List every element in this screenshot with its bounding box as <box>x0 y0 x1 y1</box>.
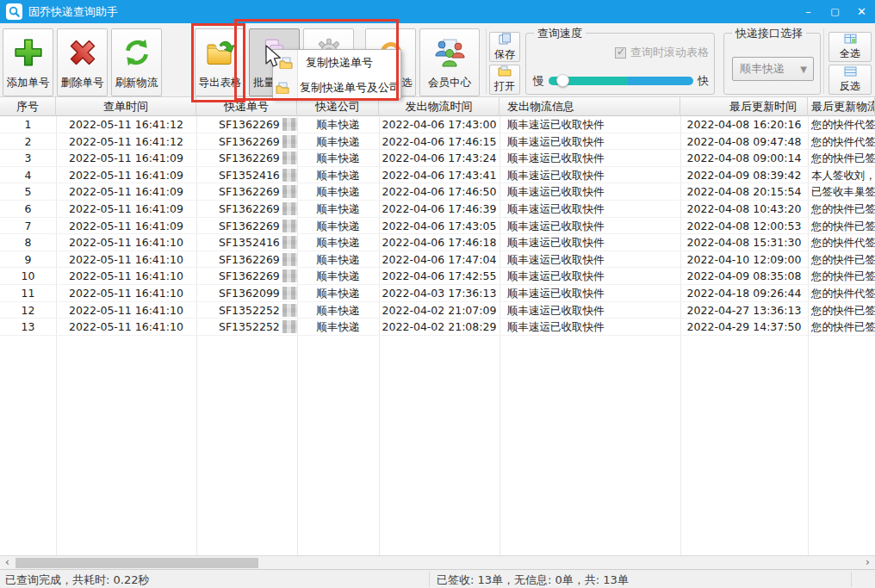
cell-tracking-no: SF1352416 <box>196 234 297 251</box>
button-label: 全选 <box>840 46 860 61</box>
cell-company: 顺丰快递 <box>297 302 379 319</box>
cell-latest-info: 您的快件已签 <box>808 201 875 218</box>
cell-tracking-no: SF1352252 <box>196 302 297 319</box>
cell-tracking-no: SF1352252 <box>196 319 297 336</box>
column-header-dispatch-info[interactable]: 发出物流信息 <box>500 97 680 116</box>
cell-latest-info: 您的快件已签 <box>808 150 875 167</box>
save-button[interactable]: 保存 <box>489 32 520 62</box>
cell-update-time: 2022-04-27 13:36:13 <box>680 302 808 319</box>
cell-tracking-no: SF1362269 <box>196 133 297 151</box>
cell-company: 顺丰快递 <box>297 251 379 269</box>
cell-tracking-no: SF1362269 <box>196 218 297 235</box>
table-row[interactable]: 12022-05-11 16:41:12SF1362269顺丰快递2022-04… <box>0 116 875 133</box>
button-label: 删除单号 <box>61 76 104 90</box>
statusbar-divider <box>851 572 852 587</box>
table-row[interactable]: 22022-05-11 16:41:12SF1362269顺丰快递2022-04… <box>0 133 875 151</box>
cell-query-time: 2022-05-11 16:41:12 <box>56 133 196 151</box>
cell-update-time: 2022-04-18 09:26:44 <box>680 285 808 302</box>
table-row[interactable]: 102022-05-11 16:41:10SF1362269顺丰快递2022-0… <box>0 268 875 285</box>
cell-index: 12 <box>0 302 56 319</box>
horizontal-scrollbar[interactable]: ‹ › <box>0 555 875 569</box>
cell-dispatch-time: 2022-04-06 17:47:04 <box>379 251 500 269</box>
column-header-latest-info[interactable]: 最后更新物流 <box>808 97 875 116</box>
table-row[interactable]: 92022-05-11 16:41:10SF1362269顺丰快递2022-04… <box>0 251 875 269</box>
cell-index: 2 <box>0 133 56 151</box>
group-title: 查询速度 <box>534 26 586 41</box>
column-header-query-time[interactable]: 查单时间 <box>56 97 196 116</box>
list-table-icon <box>844 66 857 79</box>
toolbar: 添加单号 删除单号 刷新物流 <box>0 23 875 97</box>
cell-update-time: 2022-04-29 14:37:50 <box>680 319 808 336</box>
open-button[interactable]: 打开 <box>489 65 520 95</box>
redacted-mosaic <box>282 152 297 164</box>
cell-company: 顺丰快递 <box>297 319 379 336</box>
table-row[interactable]: 72022-05-11 16:41:09SF1362269顺丰快递2022-04… <box>0 218 875 235</box>
cell-query-time: 2022-05-11 16:41:10 <box>56 285 196 302</box>
invert-select-button[interactable]: 反选 <box>828 65 872 95</box>
table-row[interactable]: 42022-05-11 16:41:09SF1352416顺丰快递2022-04… <box>0 167 875 184</box>
fast-label: 快 <box>698 73 709 89</box>
redacted-mosaic <box>282 185 297 198</box>
cell-dispatch-info: 顺丰速运已收取快件 <box>500 183 680 201</box>
cell-dispatch-info: 顺丰速运已收取快件 <box>500 302 680 319</box>
cell-update-time: 2022-04-09 08:35:08 <box>680 268 808 285</box>
minimize-button[interactable]: – <box>795 0 822 23</box>
scrollbar-thumb[interactable] <box>16 558 258 568</box>
checkbox-label: 查询时滚动表格 <box>630 45 709 60</box>
cell-index: 9 <box>0 251 56 269</box>
refresh-logistics-button[interactable]: 刷新物流 <box>111 28 162 96</box>
cell-dispatch-time: 2022-04-06 17:46:39 <box>379 201 500 218</box>
cell-index: 6 <box>0 201 56 218</box>
column-header-update-time[interactable]: 最后更新时间 <box>680 97 808 116</box>
cell-tracking-no: SF1362269 <box>196 268 297 285</box>
app-window: 固乔快递查询助手 – ▢ ✕ 添加单号 删除单号 <box>0 0 875 588</box>
cell-index: 1 <box>0 116 56 133</box>
cell-company: 顺丰快递 <box>297 116 379 133</box>
slider-thumb[interactable] <box>556 74 569 87</box>
cell-dispatch-info: 顺丰速运已收取快件 <box>500 234 680 251</box>
button-label: 选 <box>402 76 416 90</box>
select-all-button[interactable]: 全选 <box>828 32 872 62</box>
people-group-icon <box>432 36 467 71</box>
cell-query-time: 2022-05-11 16:41:10 <box>56 251 196 269</box>
copy-sheets-icon <box>499 33 512 47</box>
cell-index: 4 <box>0 167 56 184</box>
member-center-button[interactable]: 会员中心 <box>419 28 480 96</box>
maximize-button[interactable]: ▢ <box>822 0 848 23</box>
cell-update-time: 2022-04-08 09:00:14 <box>680 150 808 167</box>
cell-index: 7 <box>0 218 56 235</box>
close-button[interactable]: ✕ <box>848 0 875 23</box>
scroll-right-arrow[interactable]: › <box>860 556 875 569</box>
query-speed-group: 查询速度 ✓ 查询时滚动表格 慢 快 <box>525 33 715 95</box>
cell-index: 5 <box>0 183 56 201</box>
redacted-mosaic <box>282 118 297 131</box>
column-header-index[interactable]: 序号 <box>0 97 56 116</box>
add-order-button[interactable]: 添加单号 <box>3 28 53 96</box>
table-row[interactable]: 32022-05-11 16:41:09SF1362269顺丰快递2022-04… <box>0 150 875 167</box>
table-row[interactable]: 112022-05-11 16:41:10SF1362099顺丰快递2022-0… <box>0 285 875 302</box>
cell-latest-info: 您的快件已签 <box>808 218 875 235</box>
delete-order-button[interactable]: 删除单号 <box>57 28 108 96</box>
table-row[interactable]: 52022-05-11 16:41:09SF1362269顺丰快递2022-04… <box>0 183 875 201</box>
button-label: 添加单号 <box>7 76 50 90</box>
scroll-left-arrow[interactable]: ‹ <box>0 556 15 569</box>
status-query-result: 已查询完成，共耗时: 0.22秒 <box>5 573 149 588</box>
table-row[interactable]: 62022-05-11 16:41:09SF1362269顺丰快递2022-04… <box>0 201 875 218</box>
button-label: 保存 <box>494 47 515 62</box>
button-label: 反选 <box>840 79 860 94</box>
group-title: 快递接口选择 <box>732 26 806 41</box>
checkbox-box-icon[interactable]: ✓ <box>615 47 626 59</box>
speed-slider[interactable] <box>549 77 693 85</box>
redacted-mosaic <box>282 269 297 282</box>
cell-dispatch-info: 顺丰速运已收取快件 <box>500 150 680 167</box>
table-row[interactable]: 82022-05-11 16:41:10SF1352416顺丰快递2022-04… <box>0 234 875 251</box>
cell-dispatch-time: 2022-04-06 17:43:41 <box>379 167 500 184</box>
cell-dispatch-info: 顺丰速运已收取快件 <box>500 133 680 151</box>
status-summary: 已签收: 13单，无信息: 0单，共: 13单 <box>437 573 629 588</box>
cell-dispatch-time: 2022-04-06 17:46:50 <box>379 183 500 201</box>
table-row[interactable]: 122022-05-11 16:41:10SF1352252顺丰快递2022-0… <box>0 302 875 319</box>
courier-select[interactable]: 顺丰快递 ▼ <box>732 57 814 81</box>
scroll-table-checkbox[interactable]: ✓ 查询时滚动表格 <box>615 45 709 60</box>
cell-tracking-no: SF1362269 <box>196 116 297 133</box>
table-row[interactable]: 132022-05-11 16:41:10SF1352252顺丰快递2022-0… <box>0 319 875 336</box>
